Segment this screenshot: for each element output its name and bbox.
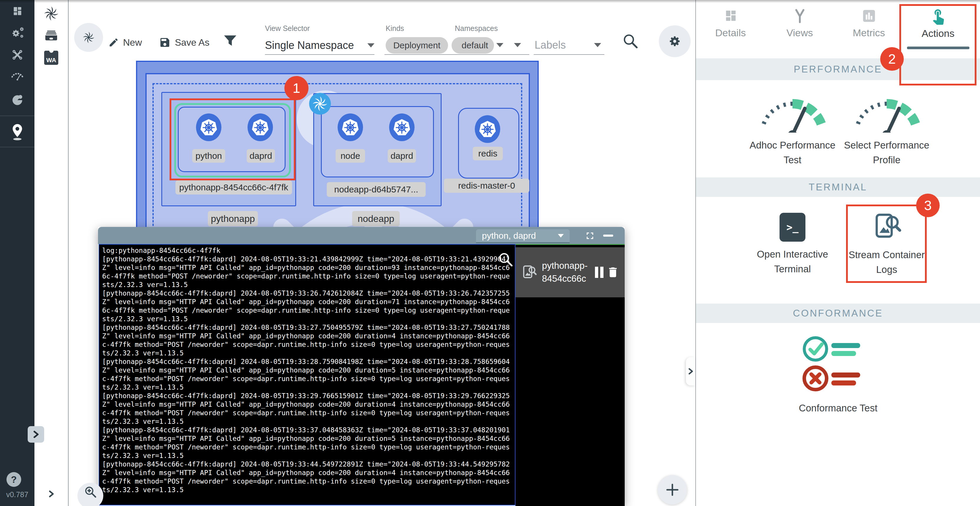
meshery-kanvas-app: ? v0.787 WA New Save As [0, 0, 980, 506]
container-daprd2-icon[interactable] [388, 110, 416, 144]
log-entry: [pythonapp-8454cc66c-4f7fk:daprd] 2024-0… [102, 358, 512, 392]
log-entry: [pythonapp-8454cc66c-4f7fk:daprd] 2024-0… [102, 323, 512, 358]
log-entry: [pythonapp-8454cc66c-4f7fk:daprd] 2024-0… [102, 460, 512, 494]
sidebar-item-dashboard[interactable] [0, 3, 35, 19]
deployment-label-nodeapp: nodeapp [352, 211, 400, 226]
dapr-logo-icon[interactable] [309, 93, 331, 115]
trash-icon[interactable] [606, 266, 619, 279]
app-version: v0.787 [0, 490, 35, 499]
details-grid-icon [722, 8, 739, 24]
log-output-pane[interactable]: log:pythonapp-8454cc66c-4f7fk [pythonapp… [99, 244, 515, 505]
tab-views[interactable]: Views [765, 0, 834, 53]
sidebar-item-performance[interactable] [0, 69, 35, 84]
tab-details[interactable]: Details [696, 0, 765, 53]
pod-label-pythonapp: pythonapp-8454cc66c-4f7fk [175, 180, 292, 195]
namespace-chip-default[interactable]: default [456, 37, 494, 54]
search-button[interactable] [622, 32, 639, 51]
underline [455, 54, 529, 55]
underline [534, 54, 605, 55]
save-icon [159, 37, 171, 48]
view-selector-dropdown[interactable]: Single Namespace [265, 38, 374, 53]
section-header-conformance: CONFORMANCE [696, 303, 980, 323]
settings-button[interactable] [659, 26, 690, 57]
minimize-icon[interactable] [603, 235, 613, 237]
add-node-fab[interactable] [658, 475, 687, 504]
log-entry: [pythonapp-8454cc66c-4f7fk:daprd] 2024-0… [102, 426, 512, 460]
panel-expand-tab[interactable] [686, 357, 695, 385]
sidebar-expand-button[interactable] [28, 426, 44, 443]
pause-icon[interactable] [595, 267, 603, 278]
performance-gauge-icon [757, 88, 828, 132]
container-redis-icon[interactable] [473, 112, 502, 146]
sidebar-item-extensions[interactable] [0, 91, 35, 108]
chevron-down-icon [558, 234, 564, 238]
log-header-line: log:pythonapp-8454cc66c-4f7fk [102, 246, 512, 255]
rail-collapse-chevron[interactable] [35, 486, 68, 501]
rail-item-meshery[interactable] [35, 5, 68, 22]
action-conformance-test[interactable]: Conformance Test [788, 332, 888, 415]
labels-select[interactable]: Labels [535, 39, 566, 51]
filter-funnel-icon [223, 35, 237, 48]
kanvas-pin-icon [10, 123, 24, 141]
zoom-in-icon [84, 485, 97, 499]
deployment-label-pythonapp: pythonapp [208, 211, 258, 226]
action-open-interactive-terminal[interactable]: >_ Open Interactive Terminal [745, 213, 840, 276]
sidebar-divider [0, 115, 35, 116]
annotation-rect-2 [899, 4, 977, 85]
terminal-titlebar[interactable]: python, daprd [98, 227, 625, 244]
details-actions-panel: Details Views Metrics Actions PERFORMANC… [695, 0, 980, 506]
save-as-button[interactable]: Save As [159, 35, 209, 49]
filter-button[interactable] [223, 35, 237, 49]
pencil-icon [108, 37, 119, 48]
stream-logs-icon [521, 264, 537, 281]
log-entry: [pythonapp-8454cc66c-4f7fk:daprd] 2024-0… [102, 392, 512, 426]
kind-chip-deployment[interactable]: Deployment [386, 37, 448, 54]
underline [265, 54, 374, 55]
pod-label-redis-master: redis-master-0 [444, 179, 529, 193]
log-sessions-pane: pythonapp- 8454cc66c [515, 244, 625, 506]
action-adhoc-performance-test[interactable]: Adhoc Performance Test [743, 88, 843, 168]
session-title-line2: 8454cc66c [542, 272, 595, 285]
views-y-icon [792, 8, 808, 24]
fullscreen-icon[interactable] [584, 230, 595, 241]
dashboard-icon [11, 5, 24, 18]
new-button-label: New [123, 37, 142, 48]
zoom-cursor-icon [497, 251, 514, 268]
plus-icon [665, 483, 679, 497]
wasm-icon: WA [44, 51, 58, 65]
tab-views-label: Views [786, 27, 813, 38]
annotation-badge-2: 2 [880, 47, 904, 71]
pod-label-nodeapp: nodeapp-d64b5747... [327, 182, 426, 197]
rail-item-wasm[interactable]: WA [35, 50, 68, 65]
namespaces-label: Namespaces [455, 24, 498, 33]
action-label: Conformance Test [788, 401, 888, 415]
help-button[interactable]: ? [6, 472, 21, 487]
save-as-button-label: Save As [175, 37, 209, 48]
sidebar-divider [0, 147, 35, 147]
new-button[interactable]: New [108, 35, 142, 49]
tab-metrics-label: Metrics [853, 27, 885, 38]
sidebar-item-kanvas[interactable] [0, 123, 35, 142]
labels-chevron-down-icon[interactable] [594, 43, 601, 47]
lifecycle-gears-icon [11, 26, 24, 40]
action-label: Open Interactive Terminal [745, 247, 840, 276]
action-select-performance-profile[interactable]: Select Performance Profile [837, 88, 937, 168]
sidebar-item-lifecycle[interactable] [0, 26, 35, 41]
container-selector-dropdown[interactable]: python, daprd [476, 229, 570, 243]
container-label-node: node [336, 149, 365, 163]
container-selector-value: python, daprd [482, 231, 558, 241]
log-session-tab-pythonapp[interactable]: pythonapp- 8454cc66c [515, 247, 625, 297]
session-title-line1: pythonapp- [542, 259, 595, 272]
catalog-tray-icon [44, 29, 59, 43]
view-selector-label: View Selector [265, 24, 310, 33]
canvas-mode-button[interactable] [74, 23, 103, 52]
meshery-logo-icon [43, 6, 59, 22]
sidebar-item-configuration[interactable] [0, 47, 35, 62]
namespaces-chevron-down-icon[interactable] [514, 43, 521, 47]
tab-metrics[interactable]: Metrics [834, 0, 904, 53]
container-node-icon[interactable] [336, 110, 364, 144]
kinds-chevron-down-icon[interactable] [496, 43, 503, 47]
zoom-in-button[interactable] [78, 483, 103, 506]
action-label: Adhoc Performance Test [745, 138, 840, 168]
rail-item-catalog[interactable] [35, 28, 68, 44]
